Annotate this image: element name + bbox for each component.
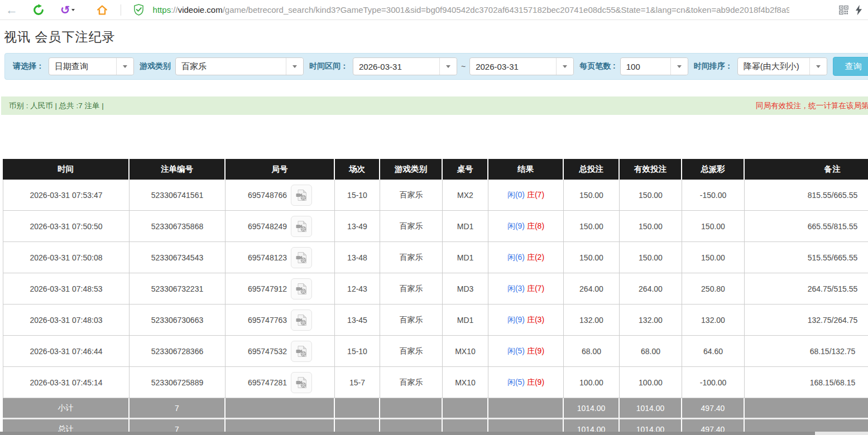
table-header-row: 时间注单编号局号场次游戏类别桌号结果总投注有效投注总派彩备注 [3, 159, 868, 180]
query-type-dropdown-button[interactable] [116, 58, 133, 75]
scrollbar-thumb[interactable] [0, 432, 815, 435]
table-number: MD1 [443, 304, 488, 336]
horizontal-scrollbar[interactable] [0, 432, 868, 435]
video-replay-button[interactable] [291, 341, 312, 362]
page-size-combobox[interactable]: 100 [620, 57, 688, 75]
date-from-dropdown-button[interactable] [439, 58, 457, 75]
valid-bet: 132.00 [620, 304, 682, 336]
caret-down-icon [563, 65, 567, 68]
total-bet-link[interactable]: 132.00 [564, 304, 620, 336]
video-replay-button[interactable] [291, 372, 312, 393]
game-type-combobox[interactable]: 百家乐 [175, 57, 304, 75]
time-sort-combobox[interactable]: 降幂(由大到小) [737, 57, 827, 75]
undo-dropdown-caret-icon[interactable] [71, 9, 75, 11]
query-type-value[interactable]: 日期查询 [49, 58, 116, 75]
home-icon[interactable] [96, 4, 108, 16]
column-header: 局号 [226, 159, 335, 180]
url-domain: videoie.com [178, 5, 223, 14]
table-number: MD3 [443, 273, 488, 304]
page-title: 视讯 会员下注纪录 [4, 28, 868, 46]
remark: 815.55/665.55 [745, 180, 868, 211]
time-sort-dropdown-button[interactable] [809, 58, 827, 75]
bet-row: 2026-03-31 07:45:14 523306725889 6957472… [3, 367, 868, 398]
shield-icon-glyph [133, 4, 144, 16]
game-type: 百家乐 [380, 273, 443, 304]
game-type: 百家乐 [380, 336, 443, 367]
round-cell: 695747532 [226, 336, 335, 367]
qr-code-icon[interactable] [839, 5, 848, 14]
session-number: 12-43 [335, 273, 380, 304]
column-header: 结果 [488, 159, 564, 180]
caret-down-icon [816, 65, 821, 68]
column-header: 注单编号 [130, 159, 226, 180]
summary-cell: 497.40 [682, 398, 745, 419]
video-replay-button[interactable] [291, 185, 312, 206]
round-cell: 695747763 [226, 304, 335, 336]
bet-number: 523306730663 [130, 304, 226, 336]
result-cell: 闲(0) 庄(7) [488, 180, 564, 211]
remark: 665.55/815.55 [745, 211, 868, 242]
video-replay-button[interactable] [291, 216, 312, 237]
game-type-dropdown-button[interactable] [286, 58, 303, 75]
search-button[interactable]: 查询 [833, 57, 868, 76]
result-cell: 闲(5) 庄(9) [488, 336, 564, 367]
query-type-combobox[interactable]: 日期查询 [49, 57, 134, 75]
page-size-dropdown-button[interactable] [670, 58, 688, 75]
game-type: 百家乐 [380, 180, 443, 211]
bet-time: 2026-03-31 07:50:08 [3, 242, 130, 273]
date-from-combobox[interactable]: 2026-03-31 [353, 57, 457, 75]
bet-time: 2026-03-31 07:50:50 [3, 211, 130, 242]
bet-row: 2026-03-31 07:48:53 523306732231 6957479… [3, 273, 868, 304]
undo-icon[interactable]: ↺ [60, 4, 70, 16]
table-number: MX10 [443, 367, 488, 398]
home-icon-glyph [96, 4, 108, 16]
bet-number: 523306734543 [130, 242, 226, 273]
lightning-icon[interactable] [855, 4, 862, 15]
player-result: 闲(6) [507, 253, 525, 262]
session-number: 15-10 [335, 336, 380, 367]
player-result: 闲(5) [507, 346, 525, 355]
address-bar[interactable]: https://videoie.com/game/betrecord_searc… [153, 5, 789, 14]
total-bet-link[interactable]: 100.00 [564, 367, 620, 398]
back-icon[interactable]: ← [6, 4, 18, 16]
bet-time: 2026-03-31 07:48:53 [3, 273, 130, 304]
date-to-combobox[interactable]: 2026-03-31 [469, 57, 574, 75]
page-size-value[interactable]: 100 [621, 58, 670, 75]
total-bet-link[interactable]: 150.00 [564, 211, 620, 242]
game-type: 百家乐 [380, 304, 443, 336]
round-cell: 695748249 [226, 211, 335, 242]
total-bet-link[interactable]: 150.00 [564, 242, 620, 273]
total-bet-link[interactable]: 264.00 [564, 273, 620, 304]
toolbar-divider [121, 4, 121, 16]
bet-time: 2026-03-31 07:53:47 [3, 180, 130, 211]
bet-number: 523306728366 [130, 336, 226, 367]
caret-down-icon [123, 65, 127, 68]
remark: 132.75/264.75 [745, 304, 868, 336]
total-bet-link[interactable]: 150.00 [564, 180, 620, 211]
date-to-dropdown-button[interactable] [556, 58, 573, 75]
summary-cell: 小计 [3, 398, 130, 419]
summary-cell: 7 [130, 398, 226, 419]
summary-cell [443, 398, 488, 419]
round-cell: 695747912 [226, 273, 335, 304]
valid-bet: 150.00 [620, 180, 682, 211]
time-range-label: 时间区间： [309, 61, 348, 71]
game-type: 百家乐 [380, 367, 443, 398]
video-replay-button[interactable] [291, 247, 312, 268]
total-bet-link[interactable]: 68.00 [564, 336, 620, 367]
date-to-value[interactable]: 2026-03-31 [470, 58, 556, 75]
banker-result: 庄(2) [527, 253, 544, 262]
video-replay-button[interactable] [291, 310, 312, 331]
refresh-icon[interactable] [32, 4, 45, 16]
column-header: 总派彩 [682, 159, 745, 180]
round-number: 695747532 [248, 347, 287, 356]
page: ← ↺ https://videoie.com/game/betrecord_s… [0, 0, 868, 435]
game-type-value[interactable]: 百家乐 [176, 58, 286, 75]
summary-cell [380, 398, 443, 419]
date-range-tilde: ~ [461, 62, 466, 71]
date-from-value[interactable]: 2026-03-31 [353, 58, 439, 75]
security-shield-icon[interactable] [133, 4, 144, 16]
time-sort-value[interactable]: 降幂(由大到小) [738, 58, 809, 75]
filter-bar: 请选择： 日期查询 游戏类别 百家乐 时间区间： 2026-03-31 ~ 20… [4, 53, 868, 80]
video-replay-button[interactable] [291, 278, 312, 299]
